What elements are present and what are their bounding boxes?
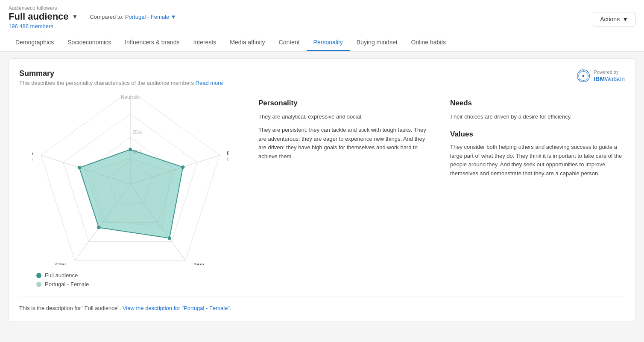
svg-text:Neurotic: Neurotic: [121, 95, 140, 100]
radar-svg: 75% 50%: [32, 95, 228, 265]
main-content: Summary This describes the personality c…: [0, 52, 644, 329]
content-area: 75% 50%: [19, 95, 625, 287]
watson-text: Watson: [605, 75, 625, 82]
tab-influencers-brands[interactable]: Influencers & brands: [118, 35, 186, 51]
personality-title: Personality: [258, 99, 433, 107]
audience-label: Audienseco followers: [9, 5, 176, 11]
card-header: Summary This describes the personality c…: [19, 69, 625, 86]
summary-desc: This describes the personality character…: [19, 80, 223, 86]
svg-point-28: [78, 166, 81, 169]
legend-full-label: Full audience: [45, 272, 78, 278]
values-text1: They consider both helping others and ac…: [450, 143, 625, 178]
legend-compare: Portugal - Female: [36, 281, 89, 287]
tab-content[interactable]: Content: [272, 35, 307, 51]
chart-area: 75% 50%: [19, 95, 241, 287]
svg-point-25: [181, 165, 184, 169]
svg-text:Agreeable: Agreeable: [32, 157, 33, 162]
svg-point-27: [97, 226, 100, 229]
svg-text:75%: 75%: [132, 130, 142, 135]
svg-point-26: [168, 236, 171, 240]
personality-column: Personality They are analytical, express…: [258, 99, 433, 287]
tab-bar: Demographics Socioeconomics Influencers …: [9, 35, 635, 51]
needs-text1: Their choices are driven by a desire for…: [450, 113, 625, 122]
compared-to-link[interactable]: Portugal - Female ▼: [125, 14, 176, 20]
legend-full-audience: Full audience: [36, 272, 89, 278]
tab-personality[interactable]: Personality: [307, 35, 350, 51]
actions-button[interactable]: Actions ▼: [593, 12, 635, 26]
divider: [19, 296, 625, 296]
legend-dot-compare: [36, 282, 41, 287]
svg-point-24: [129, 148, 132, 151]
info-area: Personality They are analytical, express…: [258, 95, 625, 287]
tab-media-affinity[interactable]: Media affinity: [223, 35, 272, 51]
svg-text:57%: 57%: [32, 150, 33, 157]
personality-text2: They are persistent: they can tackle and…: [258, 126, 433, 161]
legend-compare-label: Portugal - Female: [45, 281, 89, 287]
svg-text:71%: 71%: [193, 262, 206, 265]
tab-demographics[interactable]: Demographics: [9, 35, 61, 51]
summary-card: Summary This describes the personality c…: [9, 58, 635, 322]
tab-interests[interactable]: Interests: [187, 35, 223, 51]
svg-text:Open: Open: [227, 157, 228, 162]
needs-title: Needs: [450, 99, 625, 107]
watson-logo-icon: [577, 69, 590, 83]
ibm-text: IBM: [594, 75, 605, 82]
compared-to-label: Compared to: Portugal - Female ▼: [90, 14, 176, 20]
radar-chart: 75% 50%: [32, 95, 228, 265]
tab-socioeconomics[interactable]: Socioeconomics: [61, 35, 118, 51]
actions-dropdown-icon: ▼: [622, 16, 628, 23]
read-more-link[interactable]: Read more: [196, 80, 223, 86]
svg-text:57%: 57%: [55, 262, 67, 265]
values-title: Values: [450, 130, 625, 139]
legend-dot-full: [36, 273, 41, 278]
tab-buying-mindset[interactable]: Buying mindset: [350, 35, 404, 51]
footer-text: This is the description for "Full audien…: [19, 305, 625, 311]
summary-title: Summary: [19, 69, 223, 78]
svg-point-2: [583, 75, 585, 77]
watson-badge: Powered by IBMWatson: [577, 69, 625, 83]
audience-dropdown-icon[interactable]: ▼: [72, 13, 78, 20]
members-count: 196 486 members: [9, 23, 176, 29]
tab-online-habits[interactable]: Online habits: [404, 35, 453, 51]
svg-text:62%: 62%: [227, 150, 228, 157]
needs-column: Needs Their choices are driven by a desi…: [450, 99, 625, 287]
page-header: Audienseco followers Full audience ▼ Com…: [0, 0, 644, 52]
personality-text1: They are analytical, expressive and soci…: [258, 113, 433, 122]
chart-legend: Full audience Portugal - Female: [19, 272, 89, 287]
view-description-link[interactable]: View the description for "Portugal - Fem…: [123, 305, 231, 311]
audience-title: Full audience ▼: [9, 11, 78, 22]
powered-by-text: Powered by: [594, 69, 625, 75]
